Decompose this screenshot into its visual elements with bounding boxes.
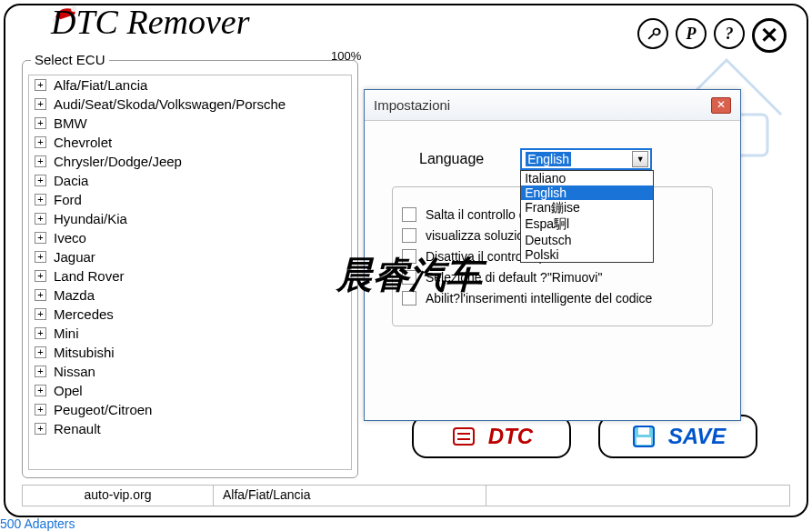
- expander-icon[interactable]: [35, 308, 46, 320]
- language-option[interactable]: Espa駉l: [521, 216, 653, 233]
- expander-icon[interactable]: [35, 79, 46, 91]
- expander-icon[interactable]: [35, 327, 46, 339]
- tree-item[interactable]: Land Rover: [29, 266, 351, 286]
- close-app-button[interactable]: ✕: [752, 18, 787, 53]
- checkbox[interactable]: [402, 207, 416, 222]
- ecu-tree[interactable]: Alfa/Fiat/LanciaAudi/Seat/Skoda/Volkswag…: [28, 75, 352, 470]
- tree-item-label: Nissan: [54, 364, 95, 379]
- tree-item[interactable]: Renault: [29, 419, 351, 438]
- top-button-row: P ? ✕: [637, 18, 787, 53]
- expander-icon[interactable]: [35, 155, 46, 167]
- checkbox-label: Selezione di default ?"Rimuovi": [426, 270, 602, 285]
- p-button[interactable]: P: [676, 18, 707, 49]
- tree-item[interactable]: Ford: [29, 190, 351, 209]
- tree-item[interactable]: Mini: [29, 324, 351, 343]
- tree-item-label: BMW: [54, 115, 87, 131]
- help-button[interactable]: ?: [714, 18, 745, 49]
- tree-item-label: Mitsubishi: [54, 345, 115, 360]
- language-label: Language: [419, 151, 484, 167]
- checkbox[interactable]: [402, 291, 416, 306]
- tree-item-label: Peugeot/Citroen: [54, 402, 152, 417]
- tree-item[interactable]: Mercedes: [29, 305, 351, 324]
- dtc-button-label: DTC: [488, 424, 533, 449]
- tree-item[interactable]: Chevrolet: [29, 133, 351, 152]
- tree-item-label: Jaguar: [54, 249, 95, 265]
- tree-item[interactable]: Dacia: [29, 171, 351, 190]
- dialog-titlebar[interactable]: Impostazioni ✕: [365, 90, 740, 121]
- status-left: auto-vip.org: [23, 486, 214, 506]
- dialog-close-button[interactable]: ✕: [711, 97, 731, 114]
- tree-item-label: Alfa/Fiat/Lancia: [54, 77, 147, 93]
- language-option[interactable]: English: [521, 185, 653, 200]
- expander-icon[interactable]: [35, 213, 46, 225]
- wrench-icon: [646, 26, 661, 42]
- language-option[interactable]: Fran鏰ise: [521, 200, 653, 216]
- tree-item-label: Mini: [54, 326, 79, 341]
- tree-item[interactable]: Hyundai/Kia: [29, 209, 351, 228]
- svg-rect-5: [638, 427, 649, 435]
- expander-icon[interactable]: [35, 136, 46, 148]
- tree-item[interactable]: Jaguar: [29, 247, 351, 266]
- tree-item[interactable]: Opel: [29, 381, 351, 400]
- tree-item-label: Opel: [54, 383, 83, 398]
- dtc-button[interactable]: DTC: [412, 415, 571, 458]
- expander-icon[interactable]: [35, 175, 46, 186]
- settings-button[interactable]: [637, 18, 668, 49]
- save-icon: [630, 423, 657, 450]
- tree-item[interactable]: BMW: [29, 114, 351, 133]
- expander-icon[interactable]: [35, 98, 46, 110]
- checkbox-row: Abilit?l'inserimenti intelligente del co…: [402, 291, 703, 306]
- expander-icon[interactable]: [35, 289, 46, 301]
- tree-item-label: Iveco: [54, 230, 86, 245]
- tree-item[interactable]: Chrysler/Dodge/Jeep: [29, 152, 351, 171]
- expander-icon[interactable]: [35, 251, 46, 263]
- ecu-groupbox: Select ECU Alfa/Fiat/LanciaAudi/Seat/Sko…: [22, 60, 358, 478]
- checkbox-label: Abilit?l'inserimenti intelligente del co…: [426, 291, 652, 306]
- language-option[interactable]: Italiano: [521, 171, 653, 185]
- language-option[interactable]: Polski: [521, 247, 653, 262]
- tree-item[interactable]: Alfa/Fiat/Lancia: [29, 75, 351, 95]
- dialog-title-text: Impostazioni: [374, 97, 450, 113]
- expander-icon[interactable]: [35, 346, 46, 358]
- dtc-icon: [450, 423, 477, 450]
- language-row: Language English ▼ ItalianoEnglishFran鏰i…: [419, 148, 713, 170]
- expander-icon[interactable]: [35, 404, 46, 416]
- chevron-down-icon: ▼: [632, 151, 648, 167]
- save-button[interactable]: SAVE: [598, 415, 757, 458]
- app-title: DTC Remover: [51, 2, 249, 42]
- checkbox[interactable]: [402, 228, 416, 243]
- language-dropdown[interactable]: English ▼ ItalianoEnglishFran鏰iseEspa駉lD…: [520, 148, 652, 170]
- dialog-body: Language English ▼ ItalianoEnglishFran鏰i…: [365, 121, 740, 354]
- tree-item[interactable]: Mitsubishi: [29, 343, 351, 362]
- status-right: Alfa/Fiat/Lancia: [214, 486, 486, 506]
- save-button-label: SAVE: [668, 424, 727, 449]
- tree-item-label: Chevrolet: [54, 135, 112, 150]
- checkbox[interactable]: [402, 249, 416, 264]
- tree-item[interactable]: Audi/Seat/Skoda/Volkswagen/Porsche: [29, 95, 351, 114]
- checkbox-label: Salta il controllo di: [426, 207, 529, 222]
- svg-rect-6: [637, 437, 651, 445]
- tree-item[interactable]: Nissan: [29, 362, 351, 381]
- tree-item-label: Mercedes: [54, 306, 114, 322]
- language-option[interactable]: Deutsch: [521, 233, 653, 247]
- expander-icon[interactable]: [35, 270, 46, 282]
- language-option-list[interactable]: ItalianoEnglishFran鏰iseEspa駉lDeutschPols…: [520, 170, 654, 263]
- expander-icon[interactable]: [35, 366, 46, 377]
- expander-icon[interactable]: [35, 232, 46, 244]
- tree-item[interactable]: Peugeot/Citroen: [29, 400, 351, 419]
- expander-icon[interactable]: [35, 423, 46, 435]
- svg-rect-3: [454, 428, 474, 445]
- expander-icon[interactable]: [35, 117, 46, 129]
- expander-icon[interactable]: [35, 385, 46, 396]
- ecu-groupbox-label: Select ECU: [31, 52, 109, 67]
- tree-item-label: Mazda: [54, 287, 95, 303]
- tree-item-label: Chrysler/Dodge/Jeep: [54, 154, 182, 169]
- checkbox[interactable]: [402, 270, 416, 285]
- expander-icon[interactable]: [35, 194, 46, 205]
- status-bar: auto-vip.org Alfa/Fiat/Lancia: [22, 485, 790, 506]
- tree-item-label: Hyundai/Kia: [54, 211, 127, 226]
- tree-item-label: Dacia: [54, 173, 88, 188]
- language-selected: English: [526, 152, 571, 166]
- tree-item[interactable]: Iveco: [29, 228, 351, 247]
- tree-item[interactable]: Mazda: [29, 286, 351, 305]
